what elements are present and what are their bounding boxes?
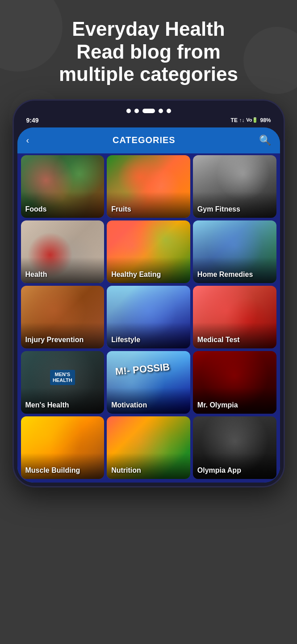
mens-health-label: Men's Health: [21, 388, 105, 414]
category-card-mens-health[interactable]: MEN'SHEALTH Men's Health: [21, 351, 105, 414]
phone-time: 9:49: [26, 117, 39, 124]
injury-prevention-label: Injury Prevention: [21, 322, 105, 348]
header-subtitle2: multiple categories: [59, 63, 238, 85]
mens-health-text-overlay: MEN'SHEALTH: [50, 370, 75, 385]
categories-title: CATEGORIES: [113, 135, 176, 145]
phone-status-bar: 9:49 TE ↑↓ Vo🔋 98%: [17, 116, 280, 127]
category-card-olympia-app[interactable]: Olympia App: [193, 416, 276, 479]
fruits-label: Fruits: [107, 192, 190, 218]
notch-dot-3: [159, 109, 163, 113]
notch-dash: [142, 109, 155, 113]
back-button[interactable]: ‹: [26, 135, 29, 145]
notch-dot-4: [167, 109, 171, 113]
lifestyle-label: Lifestyle: [107, 322, 190, 348]
notch-dot-2: [134, 109, 139, 113]
nutrition-label: Nutrition: [107, 453, 190, 479]
category-card-healthy-eating[interactable]: Healthy Eating: [107, 220, 190, 283]
mr-olympia-label: Mr. Olympia: [193, 388, 276, 414]
medical-test-label: Medical Test: [193, 322, 276, 348]
health-label: Health: [21, 257, 105, 283]
phone-status-icons: TE ↑↓ Vo🔋 98%: [231, 117, 271, 123]
category-card-lifestyle[interactable]: Lifestyle: [107, 286, 190, 348]
notch-dot-1: [126, 109, 131, 113]
category-card-home-remedies[interactable]: Home Remedies: [193, 220, 276, 283]
category-card-motivation[interactable]: M!- POSSIB Motivation: [107, 351, 190, 414]
phone-notch: [17, 109, 280, 116]
category-card-injury-prevention[interactable]: Injury Prevention: [21, 286, 105, 348]
wifi-icon: Vo🔋: [246, 117, 258, 123]
home-remedies-label: Home Remedies: [193, 257, 276, 283]
battery-label: 98%: [260, 117, 271, 123]
category-card-medical-test[interactable]: Medical Test: [193, 286, 276, 348]
categories-grid: Foods Fruits Gym Fitness Health: [17, 153, 280, 483]
gym-fitness-label: Gym Fitness: [193, 192, 276, 218]
search-icon[interactable]: 🔍: [259, 135, 271, 146]
motivation-label: Motivation: [107, 388, 190, 414]
olympia-app-label: Olympia App: [193, 453, 276, 479]
header-subtitle1: Read blog from: [76, 41, 221, 63]
category-card-gym-fitness[interactable]: Gym Fitness: [193, 155, 276, 218]
categories-header: ‹ CATEGORIES 🔍: [17, 127, 280, 153]
phone-mockup: 9:49 TE ↑↓ Vo🔋 98% ‹ CATEGORIES 🔍 Foods: [13, 99, 285, 487]
healthy-eating-label: Healthy Eating: [107, 257, 190, 283]
category-card-foods[interactable]: Foods: [21, 155, 105, 218]
page-header: Everyday Health Read blog from multiple …: [0, 0, 297, 99]
category-card-muscle-building[interactable]: Muscle Building: [21, 416, 105, 479]
phone-screen: ‹ CATEGORIES 🔍 Foods Fruits: [17, 127, 280, 483]
category-card-nutrition[interactable]: Nutrition: [107, 416, 190, 479]
category-card-mr-olympia[interactable]: Mr. Olympia: [193, 351, 276, 414]
foods-label: Foods: [21, 192, 105, 218]
header-title: Everyday Health: [72, 18, 225, 40]
muscle-building-label: Muscle Building: [21, 453, 105, 479]
category-card-health[interactable]: Health: [21, 220, 105, 283]
signal-icon: TE ↑↓: [231, 117, 245, 123]
category-card-fruits[interactable]: Fruits: [107, 155, 190, 218]
